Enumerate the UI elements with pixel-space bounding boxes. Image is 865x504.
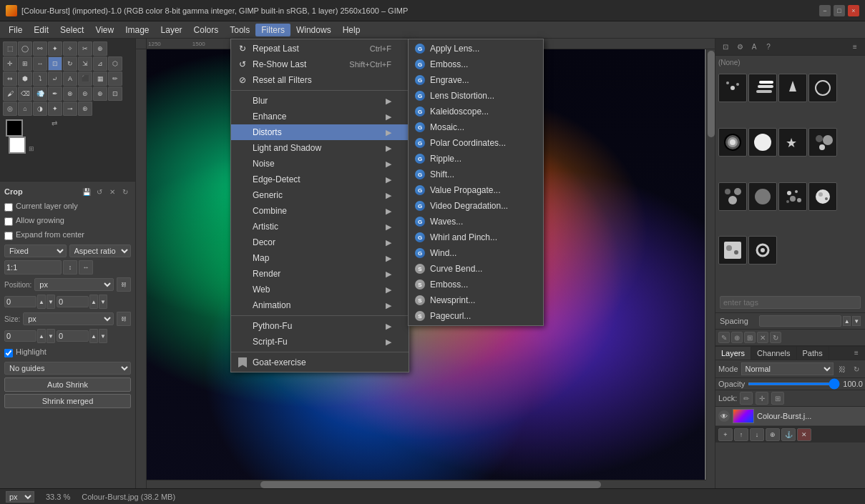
tool-rect-select[interactable]: ⬚ [3, 41, 17, 56]
foreground-color-swatch[interactable] [6, 119, 23, 137]
panel-icon-3[interactable]: A [748, 41, 760, 53]
horizontal-scrollbar[interactable] [147, 480, 715, 488]
brush-item[interactable] [718, 74, 747, 102]
spacing-up[interactable]: ▲ [843, 316, 851, 326]
brush-item[interactable] [748, 236, 777, 265]
filter-enhance[interactable]: Enhance ▶ [231, 109, 409, 124]
menu-file[interactable]: File [3, 24, 28, 36]
brush-item[interactable] [718, 128, 747, 157]
tool-rotate[interactable]: ↻ [63, 56, 77, 71]
tool-gradient[interactable]: ▦ [93, 71, 107, 86]
tool-dodge-burn[interactable]: ◑ [33, 102, 47, 116]
distort-wind[interactable]: G Wind... [409, 245, 543, 261]
position-y-up[interactable]: ▲ [89, 295, 98, 309]
distort-mosaic[interactable]: G Mosaic... [409, 119, 543, 135]
layer-anchor-btn[interactable]: ⚓ [781, 428, 796, 441]
tool-airbrush[interactable]: 💨 [33, 87, 47, 101]
brush-item[interactable]: ★ [778, 128, 807, 157]
lock-alpha-btn[interactable]: ⊞ [771, 392, 784, 405]
tool-foreground-select[interactable]: ⊕ [93, 41, 107, 56]
tool-select-by-color[interactable]: ✧ [63, 41, 77, 56]
size-h-down[interactable]: ▼ [99, 329, 107, 343]
mode-chain-btn[interactable]: ⛓ [836, 363, 848, 375]
filter-reset-all[interactable]: ⊘ Reset all Filters [231, 72, 409, 88]
distort-lens-distortion[interactable]: G Lens Distortion... [409, 88, 543, 104]
tool-perspective[interactable]: ⬡ [108, 56, 122, 71]
ratio-landscape[interactable]: ↔ [79, 260, 93, 275]
distort-whirl-pinch[interactable]: G Whirl and Pinch... [409, 229, 543, 245]
menu-colors[interactable]: Colors [188, 24, 225, 36]
distort-engrave[interactable]: G Engrave... [409, 72, 543, 88]
distort-shift[interactable]: G Shift... [409, 167, 543, 182]
vertical-scrollbar[interactable] [706, 49, 715, 480]
guides-select[interactable]: No guides [4, 362, 131, 375]
brush-duplicate-btn[interactable]: ⊕ [731, 332, 743, 343]
menu-edit[interactable]: Edit [28, 24, 54, 36]
mode-refresh-btn[interactable]: ↻ [851, 363, 862, 375]
layer-lower-btn[interactable]: ↓ [750, 428, 764, 441]
auto-shrink-button[interactable]: Auto Shrink [4, 377, 131, 392]
tool-free-select[interactable]: ⚯ [33, 41, 47, 56]
tool-shear[interactable]: ⊿ [93, 56, 107, 71]
tool-options-delete[interactable]: ✕ [107, 186, 118, 197]
brush-refresh-btn[interactable]: ↻ [770, 332, 781, 343]
brush-item[interactable] [808, 128, 837, 157]
layer-eye-icon[interactable]: 👁 [718, 410, 730, 422]
maximize-button[interactable]: □ [834, 5, 845, 16]
shrink-merged-button[interactable]: Shrink merged [4, 394, 131, 408]
brush-copy-btn[interactable]: ⊞ [744, 332, 756, 343]
layer-row[interactable]: 👁 Colour-Burst.j... [715, 407, 865, 426]
tags-input[interactable] [720, 296, 861, 309]
vscrollbar-thumb[interactable] [708, 51, 715, 137]
minimize-button[interactable]: − [819, 5, 831, 16]
distort-kaleidoscope[interactable]: G Kaleidoscope... [409, 104, 543, 119]
brush-item[interactable] [808, 74, 837, 102]
position-x-input[interactable] [4, 296, 36, 307]
tool-scale[interactable]: ⇲ [78, 56, 92, 71]
color-reset-icon[interactable]: ⊞ [29, 145, 34, 152]
distort-apply-lens[interactable]: G Apply Lens... [409, 41, 543, 56]
size-unit-select[interactable]: px [23, 312, 114, 325]
current-layer-only-checkbox[interactable] [4, 203, 13, 212]
tool-scissors[interactable]: ✂ [78, 41, 92, 56]
filter-render[interactable]: Render ▶ [231, 266, 409, 282]
brush-item[interactable] [778, 74, 807, 102]
hscrollbar-thumb[interactable] [260, 481, 601, 488]
background-color-swatch[interactable] [9, 137, 26, 154]
filter-python-fu[interactable]: Python-Fu ▶ [231, 318, 409, 334]
lock-position-btn[interactable]: ✛ [756, 392, 768, 405]
position-chain[interactable]: ⛓ [117, 277, 131, 292]
filter-noise[interactable]: Noise ▶ [231, 156, 409, 172]
position-x-down[interactable]: ▼ [47, 295, 55, 309]
position-x-up[interactable]: ▲ [37, 295, 46, 309]
filter-generic[interactable]: Generic ▶ [231, 187, 409, 203]
layers-tab-paths[interactable]: Paths [797, 347, 829, 360]
menu-filters[interactable]: Filters [255, 24, 290, 36]
layer-delete-btn[interactable]: ✕ [797, 428, 811, 441]
tool-perspective-clone[interactable]: ⊡ [108, 87, 122, 101]
spacing-input[interactable] [759, 315, 841, 327]
filter-artistic[interactable]: Artistic ▶ [231, 219, 409, 234]
brush-item[interactable] [748, 128, 777, 157]
tool-bucket-fill[interactable]: ⬛ [78, 71, 92, 86]
menu-view[interactable]: View [89, 24, 119, 36]
tool-color-picker[interactable]: ⊛ [78, 102, 92, 116]
filter-script-fu[interactable]: Script-Fu ▶ [231, 334, 409, 350]
distort-curve-bend[interactable]: S Curve Bend... [409, 261, 543, 277]
brush-item[interactable] [808, 182, 837, 211]
filter-animation[interactable]: Animation ▶ [231, 297, 409, 313]
distort-video-degradation[interactable]: G Video Degradation... [409, 198, 543, 214]
filter-light-shadow[interactable]: Light and Shadow ▶ [231, 140, 409, 156]
filter-distorts[interactable]: Distorts ▶ [231, 124, 409, 140]
brush-item[interactable] [748, 182, 777, 211]
filter-web[interactable]: Web ▶ [231, 282, 409, 297]
size-w-up[interactable]: ▲ [37, 329, 46, 343]
fixed-select[interactable]: Fixed [4, 244, 67, 257]
distort-polar-coordinates[interactable]: G Polar Coordinates... [409, 135, 543, 151]
menu-tools[interactable]: Tools [224, 24, 255, 36]
size-w-down[interactable]: ▼ [47, 329, 55, 343]
distort-emboss[interactable]: G Emboss... [409, 56, 543, 72]
menu-layer[interactable]: Layer [155, 24, 188, 36]
tool-move[interactable]: ✛ [3, 56, 17, 71]
layer-duplicate-btn[interactable]: ⊕ [766, 428, 780, 441]
